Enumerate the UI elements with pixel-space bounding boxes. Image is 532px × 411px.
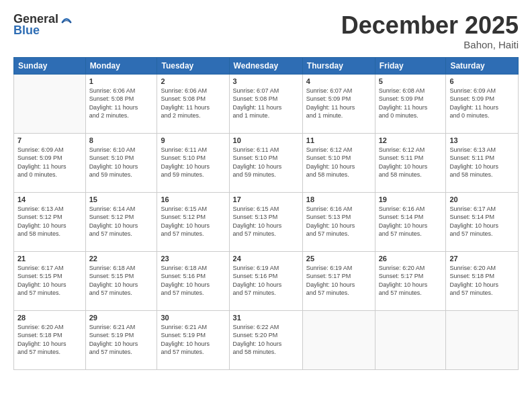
- day-number: 21: [17, 255, 82, 263]
- calendar-cell: 13Sunrise: 6:13 AMSunset: 5:11 PMDayligh…: [446, 133, 519, 192]
- day-number: 9: [161, 136, 225, 144]
- day-info: Sunrise: 6:18 AMSunset: 5:15 PMDaylight:…: [89, 264, 154, 298]
- day-info: Sunrise: 6:16 AMSunset: 5:14 PMDaylight:…: [379, 205, 443, 238]
- col-sunday: Sunday: [14, 57, 86, 74]
- calendar-cell: 2Sunrise: 6:06 AMSunset: 5:08 PMDaylight…: [157, 74, 229, 133]
- col-saturday: Saturday: [446, 57, 519, 74]
- calendar-cell: 26Sunrise: 6:20 AMSunset: 5:17 PMDayligh…: [375, 251, 446, 310]
- day-number: 26: [379, 255, 443, 263]
- day-info: Sunrise: 6:19 AMSunset: 5:17 PMDaylight:…: [306, 264, 371, 298]
- calendar-cell: 11Sunrise: 6:12 AMSunset: 5:10 PMDayligh…: [302, 133, 375, 192]
- calendar-cell: 3Sunrise: 6:07 AMSunset: 5:08 PMDaylight…: [229, 74, 302, 133]
- day-info: Sunrise: 6:09 AMSunset: 5:09 PMDaylight:…: [449, 87, 515, 120]
- day-info: Sunrise: 6:21 AMSunset: 5:19 PMDaylight:…: [89, 323, 154, 357]
- col-tuesday: Tuesday: [157, 57, 229, 74]
- day-info: Sunrise: 6:14 AMSunset: 5:12 PMDaylight:…: [89, 205, 154, 238]
- day-number: 1: [89, 77, 154, 85]
- day-info: Sunrise: 6:09 AMSunset: 5:09 PMDaylight:…: [17, 146, 82, 179]
- day-number: 6: [449, 77, 515, 85]
- day-info: Sunrise: 6:20 AMSunset: 5:18 PMDaylight:…: [449, 264, 515, 298]
- day-number: 20: [449, 195, 515, 203]
- calendar-cell: 25Sunrise: 6:19 AMSunset: 5:17 PMDayligh…: [302, 251, 375, 310]
- calendar-cell: 18Sunrise: 6:16 AMSunset: 5:13 PMDayligh…: [302, 192, 375, 251]
- day-info: Sunrise: 6:15 AMSunset: 5:13 PMDaylight:…: [233, 205, 299, 238]
- day-number: 22: [89, 255, 154, 263]
- page: General Blue December 2025 Bahon, Haiti …: [0, 0, 532, 377]
- calendar-cell: 5Sunrise: 6:08 AMSunset: 5:09 PMDaylight…: [375, 74, 446, 133]
- day-number: 14: [17, 195, 82, 203]
- calendar-cell: 8Sunrise: 6:10 AMSunset: 5:10 PMDaylight…: [85, 133, 157, 192]
- day-info: Sunrise: 6:17 AMSunset: 5:14 PMDaylight:…: [449, 205, 515, 238]
- calendar-cell: 27Sunrise: 6:20 AMSunset: 5:18 PMDayligh…: [446, 251, 519, 310]
- day-number: 17: [233, 195, 299, 203]
- day-number: 31: [233, 314, 299, 322]
- calendar-cell: [14, 74, 86, 133]
- day-number: 4: [306, 77, 371, 85]
- calendar-cell: 6Sunrise: 6:09 AMSunset: 5:09 PMDaylight…: [446, 74, 519, 133]
- calendar-cell: 24Sunrise: 6:19 AMSunset: 5:16 PMDayligh…: [229, 251, 302, 310]
- day-info: Sunrise: 6:17 AMSunset: 5:15 PMDaylight:…: [17, 264, 82, 298]
- day-number: 10: [233, 136, 299, 144]
- day-info: Sunrise: 6:11 AMSunset: 5:10 PMDaylight:…: [161, 146, 225, 179]
- calendar-cell: [375, 310, 446, 369]
- calendar-cell: 31Sunrise: 6:22 AMSunset: 5:20 PMDayligh…: [229, 310, 302, 369]
- calendar-cell: 22Sunrise: 6:18 AMSunset: 5:15 PMDayligh…: [85, 251, 157, 310]
- calendar-cell: [302, 310, 375, 369]
- day-info: Sunrise: 6:07 AMSunset: 5:09 PMDaylight:…: [306, 87, 371, 120]
- col-wednesday: Wednesday: [229, 57, 302, 74]
- title-block: December 2025 Bahon, Haiti: [341, 12, 519, 50]
- calendar-cell: 29Sunrise: 6:21 AMSunset: 5:19 PMDayligh…: [85, 310, 157, 369]
- month-title: December 2025: [341, 12, 519, 39]
- day-info: Sunrise: 6:22 AMSunset: 5:20 PMDaylight:…: [233, 323, 299, 357]
- day-info: Sunrise: 6:12 AMSunset: 5:10 PMDaylight:…: [306, 146, 371, 179]
- day-info: Sunrise: 6:12 AMSunset: 5:11 PMDaylight:…: [379, 146, 443, 179]
- calendar-cell: 21Sunrise: 6:17 AMSunset: 5:15 PMDayligh…: [14, 251, 86, 310]
- day-number: 3: [233, 77, 299, 85]
- day-number: 12: [379, 136, 443, 144]
- day-info: Sunrise: 6:16 AMSunset: 5:13 PMDaylight:…: [306, 205, 371, 238]
- calendar-week-2: 14Sunrise: 6:13 AMSunset: 5:12 PMDayligh…: [14, 192, 519, 251]
- calendar-cell: 19Sunrise: 6:16 AMSunset: 5:14 PMDayligh…: [375, 192, 446, 251]
- day-info: Sunrise: 6:06 AMSunset: 5:08 PMDaylight:…: [89, 87, 154, 120]
- logo-blue: Blue: [13, 24, 40, 38]
- day-info: Sunrise: 6:06 AMSunset: 5:08 PMDaylight:…: [161, 87, 225, 120]
- day-number: 23: [161, 255, 225, 263]
- calendar-cell: 4Sunrise: 6:07 AMSunset: 5:09 PMDaylight…: [302, 74, 375, 133]
- day-info: Sunrise: 6:08 AMSunset: 5:09 PMDaylight:…: [379, 87, 443, 120]
- calendar-cell: 15Sunrise: 6:14 AMSunset: 5:12 PMDayligh…: [85, 192, 157, 251]
- col-thursday: Thursday: [302, 57, 375, 74]
- calendar-week-4: 28Sunrise: 6:20 AMSunset: 5:18 PMDayligh…: [14, 310, 519, 369]
- day-number: 25: [306, 255, 371, 263]
- calendar-week-0: 1Sunrise: 6:06 AMSunset: 5:08 PMDaylight…: [14, 74, 519, 133]
- day-number: 8: [89, 136, 154, 144]
- day-info: Sunrise: 6:11 AMSunset: 5:10 PMDaylight:…: [233, 146, 299, 179]
- col-monday: Monday: [85, 57, 157, 74]
- day-number: 30: [161, 314, 225, 322]
- day-number: 28: [17, 314, 82, 322]
- day-number: 19: [379, 195, 443, 203]
- calendar-cell: [446, 310, 519, 369]
- calendar: Sunday Monday Tuesday Wednesday Thursday…: [13, 57, 519, 370]
- day-info: Sunrise: 6:20 AMSunset: 5:17 PMDaylight:…: [379, 264, 443, 298]
- day-info: Sunrise: 6:20 AMSunset: 5:18 PMDaylight:…: [17, 323, 82, 357]
- logo: General Blue: [13, 12, 73, 38]
- location: Bahon, Haiti: [341, 39, 519, 50]
- calendar-cell: 10Sunrise: 6:11 AMSunset: 5:10 PMDayligh…: [229, 133, 302, 192]
- calendar-cell: 17Sunrise: 6:15 AMSunset: 5:13 PMDayligh…: [229, 192, 302, 251]
- calendar-cell: 20Sunrise: 6:17 AMSunset: 5:14 PMDayligh…: [446, 192, 519, 251]
- day-number: 2: [161, 77, 225, 85]
- calendar-cell: 30Sunrise: 6:21 AMSunset: 5:19 PMDayligh…: [157, 310, 229, 369]
- calendar-header-row: Sunday Monday Tuesday Wednesday Thursday…: [14, 57, 519, 74]
- day-number: 24: [233, 255, 299, 263]
- day-number: 13: [449, 136, 515, 144]
- col-friday: Friday: [375, 57, 446, 74]
- day-info: Sunrise: 6:13 AMSunset: 5:11 PMDaylight:…: [449, 146, 515, 179]
- day-number: 7: [17, 136, 82, 144]
- day-info: Sunrise: 6:19 AMSunset: 5:16 PMDaylight:…: [233, 264, 299, 298]
- calendar-week-3: 21Sunrise: 6:17 AMSunset: 5:15 PMDayligh…: [14, 251, 519, 310]
- header: General Blue December 2025 Bahon, Haiti: [13, 12, 519, 50]
- calendar-cell: 23Sunrise: 6:18 AMSunset: 5:16 PMDayligh…: [157, 251, 229, 310]
- day-number: 29: [89, 314, 154, 322]
- day-info: Sunrise: 6:07 AMSunset: 5:08 PMDaylight:…: [233, 87, 299, 120]
- calendar-cell: 28Sunrise: 6:20 AMSunset: 5:18 PMDayligh…: [14, 310, 86, 369]
